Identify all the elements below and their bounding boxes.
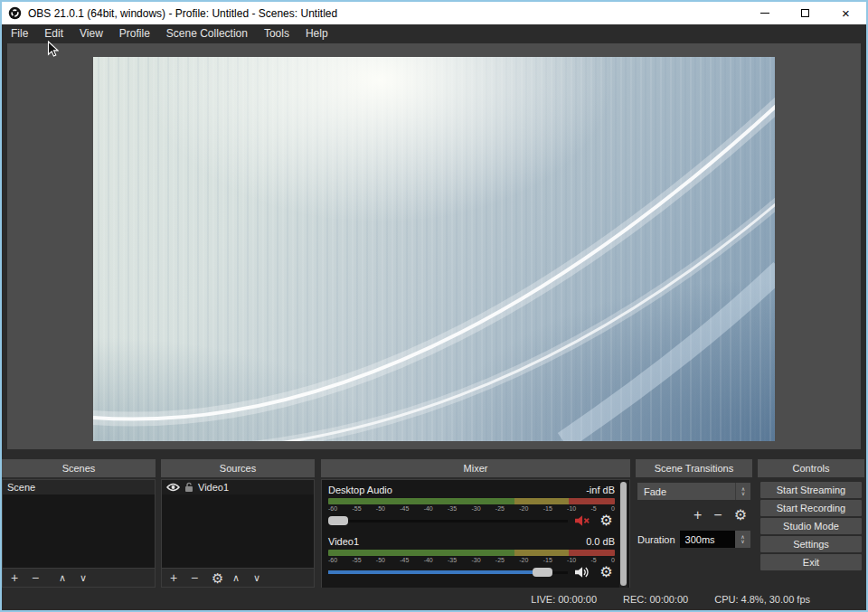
- menu-file[interactable]: File: [3, 24, 36, 43]
- scene-list-item[interactable]: Scene: [3, 480, 155, 494]
- muted-speaker-icon[interactable]: [574, 514, 591, 528]
- tick-label: -30: [471, 557, 480, 563]
- add-transition-button[interactable]: +: [693, 508, 702, 523]
- duration-input[interactable]: 300ms ∧∨: [680, 531, 750, 548]
- sources-panel: Sources Video1 + − ⚙ ∧ ∨: [161, 459, 315, 588]
- sources-toolbar: + − ⚙ ∧ ∨: [162, 568, 314, 587]
- mixer-panel: Mixer Desktop Audio -inf dB -60-55-50-45…: [321, 459, 630, 588]
- scene-transitions-header[interactable]: Scene Transitions: [636, 459, 752, 477]
- minimize-button[interactable]: [744, 2, 785, 24]
- obs-window: { "titlebar": { "title": "OBS 21.0.1 (64…: [0, 0, 868, 612]
- menu-tools[interactable]: Tools: [256, 24, 297, 43]
- duration-value: 300ms: [680, 534, 735, 545]
- volume-meter: [328, 550, 615, 556]
- lock-icon[interactable]: [184, 482, 193, 493]
- exit-button[interactable]: Exit: [760, 554, 862, 570]
- scenes-header[interactable]: Scenes: [2, 459, 156, 477]
- scene-preview-canvas[interactable]: [93, 57, 775, 441]
- mouse-cursor: [47, 41, 59, 58]
- tick-label: -60: [328, 557, 337, 563]
- menu-help[interactable]: Help: [297, 24, 336, 43]
- tick-label: -25: [495, 505, 505, 512]
- visibility-eye-icon[interactable]: [166, 483, 180, 492]
- rec-time: REC: 00:00:00: [623, 594, 688, 605]
- sources-header[interactable]: Sources: [161, 459, 315, 477]
- studio-mode-button[interactable]: Studio Mode: [760, 518, 862, 534]
- tick-label: -50: [376, 505, 385, 512]
- scene-name: Scene: [7, 482, 35, 493]
- tick-label: -40: [424, 557, 433, 563]
- menubar: File Edit View Profile Scene Collection …: [2, 24, 866, 43]
- transition-properties-gear-icon[interactable]: ⚙: [734, 508, 747, 523]
- add-scene-button[interactable]: +: [11, 571, 32, 584]
- menu-view[interactable]: View: [71, 24, 111, 43]
- meter-tick-labels: -60-55-50-45-40-35-30-25-20-15-10-50: [328, 504, 615, 513]
- channel-name: Desktop Audio: [328, 485, 392, 498]
- scenes-toolbar: + − ∧ ∨: [3, 568, 155, 587]
- maximize-button[interactable]: [785, 2, 826, 24]
- volume-meter: [328, 498, 615, 504]
- titlebar: OBS 21.0.1 (64bit, windows) - Profile: U…: [2, 2, 866, 24]
- tick-label: -35: [448, 557, 457, 563]
- source-list-item[interactable]: Video1: [162, 480, 314, 494]
- tick-label: -20: [519, 505, 528, 512]
- transition-selected-value: Fade: [637, 486, 735, 497]
- sources-list: Video1: [162, 480, 314, 568]
- move-scene-down-button[interactable]: ∨: [80, 573, 100, 583]
- transition-select-spinner[interactable]: ∧∨: [735, 483, 750, 500]
- window-controls: ×: [744, 2, 866, 24]
- volume-slider[interactable]: [328, 515, 568, 526]
- duration-spinner[interactable]: ∧∨: [735, 531, 750, 548]
- window-title: OBS 21.0.1 (64bit, windows) - Profile: U…: [28, 7, 337, 20]
- channel-settings-gear-icon[interactable]: ⚙: [598, 514, 615, 528]
- remove-transition-button[interactable]: −: [713, 508, 722, 523]
- volume-slider[interactable]: [328, 567, 568, 578]
- move-source-down-button[interactable]: ∨: [253, 573, 274, 583]
- channel-name: Video1: [328, 536, 359, 550]
- remove-source-button[interactable]: −: [191, 571, 212, 584]
- tick-label: -5: [590, 505, 596, 512]
- cpu-fps: CPU: 4.8%, 30.00 fps: [714, 594, 810, 605]
- start-recording-button[interactable]: Start Recording: [760, 500, 862, 516]
- channel-level: 0.0 dB: [586, 536, 615, 550]
- tick-label: -25: [495, 557, 505, 563]
- minimize-icon: [760, 13, 769, 14]
- tick-label: -55: [352, 505, 361, 512]
- scenes-list: Scene: [3, 480, 155, 568]
- tick-label: 0: [611, 557, 615, 563]
- scrollbar-thumb[interactable]: [620, 482, 627, 586]
- tick-label: -20: [519, 557, 528, 563]
- controls-panel: Controls Start Streaming Start Recording…: [758, 459, 864, 588]
- move-source-up-button[interactable]: ∧: [232, 573, 253, 583]
- tick-label: -60: [328, 505, 337, 512]
- channel-settings-gear-icon[interactable]: ⚙: [598, 566, 615, 579]
- menu-profile[interactable]: Profile: [111, 24, 158, 43]
- close-icon: ×: [842, 6, 850, 20]
- start-streaming-button[interactable]: Start Streaming: [760, 482, 862, 498]
- move-scene-up-button[interactable]: ∧: [59, 573, 80, 583]
- volume-slider-handle[interactable]: [533, 568, 552, 577]
- mixer-scrollbar[interactable]: [619, 482, 627, 589]
- wallpaper-arcs: [93, 57, 775, 441]
- tick-label: -35: [448, 505, 457, 512]
- transition-select[interactable]: Fade ∧∨: [637, 483, 750, 500]
- remove-scene-button[interactable]: −: [32, 571, 52, 584]
- source-properties-gear-icon[interactable]: ⚙: [212, 571, 232, 585]
- menu-scene-collection[interactable]: Scene Collection: [158, 24, 256, 43]
- tick-label: -45: [400, 557, 409, 563]
- tick-label: -10: [567, 557, 576, 563]
- duration-label: Duration: [637, 534, 675, 545]
- add-source-button[interactable]: +: [170, 571, 191, 584]
- speaker-icon[interactable]: [574, 566, 591, 579]
- settings-button[interactable]: Settings: [760, 536, 862, 552]
- controls-header[interactable]: Controls: [758, 459, 864, 477]
- close-button[interactable]: ×: [826, 2, 866, 24]
- mixer-header[interactable]: Mixer: [321, 459, 630, 477]
- channel-level: -inf dB: [586, 485, 615, 498]
- volume-slider-handle[interactable]: [328, 516, 348, 525]
- obs-logo-icon: [8, 6, 22, 20]
- mixer-channel-desktop-audio: Desktop Audio -inf dB -60-55-50-45-40-35…: [328, 485, 615, 528]
- tick-label: -50: [376, 557, 385, 563]
- tick-label: -30: [471, 505, 480, 512]
- tick-label: -5: [590, 557, 596, 563]
